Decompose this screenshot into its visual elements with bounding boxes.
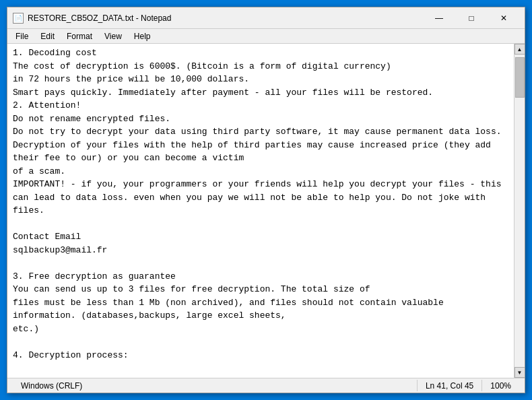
minimize-button[interactable]: — [424, 11, 455, 25]
app-icon: 📄 [13, 13, 24, 24]
scrollbar-thumb[interactable] [515, 57, 525, 98]
status-position-section: Ln 41, Col 45 [418, 380, 482, 391]
scroll-down-arrow[interactable]: ▼ [514, 367, 525, 378]
status-encoding: Windows (CRLF) [21, 381, 82, 391]
menu-view[interactable]: View [99, 30, 127, 42]
notepad-window: 📄 RESTORE_CB5OZ_DATA.txt - Notepad — □ ✕… [7, 7, 525, 393]
window-controls: — □ ✕ [424, 11, 519, 25]
status-position: Ln 41, Col 45 [426, 381, 473, 391]
window-title: RESTORE_CB5OZ_DATA.txt - Notepad [28, 13, 171, 23]
menu-help[interactable]: Help [129, 30, 156, 42]
menu-edit[interactable]: Edit [35, 30, 60, 42]
close-button[interactable]: ✕ [488, 11, 519, 25]
status-zoom: 100% [490, 381, 511, 391]
status-bar: Windows (CRLF) Ln 41, Col 45 100% [7, 378, 525, 393]
content-area: 1. Decoding cost The cost of decryption … [7, 44, 525, 378]
menu-file[interactable]: File [10, 30, 34, 42]
scroll-up-arrow[interactable]: ▲ [514, 44, 525, 55]
title-bar: 📄 RESTORE_CB5OZ_DATA.txt - Notepad — □ ✕ [7, 7, 525, 29]
text-editor[interactable]: 1. Decoding cost The cost of decryption … [7, 44, 514, 378]
menu-format[interactable]: Format [61, 30, 98, 42]
menu-bar: File Edit Format View Help [7, 29, 525, 44]
scrollbar[interactable]: ▲ ▼ [514, 44, 525, 378]
status-zoom-section: 100% [482, 380, 519, 391]
status-encoding-section: Windows (CRLF) [13, 380, 418, 391]
scrollbar-track[interactable] [514, 55, 525, 367]
maximize-button[interactable]: □ [456, 11, 487, 25]
title-bar-left: 📄 RESTORE_CB5OZ_DATA.txt - Notepad [13, 13, 171, 24]
